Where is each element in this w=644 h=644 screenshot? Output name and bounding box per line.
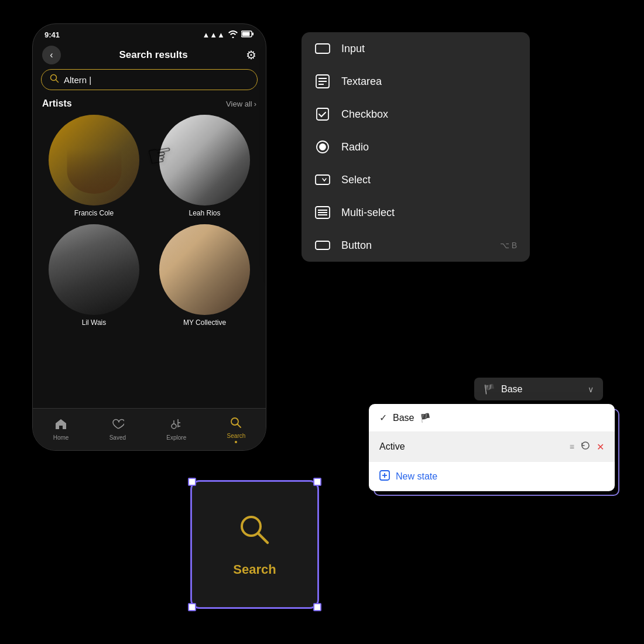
menu-item-textarea[interactable]: Textarea: [302, 65, 530, 98]
nav-saved[interactable]: Saved: [109, 418, 126, 441]
search-component-frame: Search: [190, 480, 319, 609]
menu-item-radio[interactable]: Radio: [302, 131, 530, 163]
search-component-label: Search: [233, 562, 276, 577]
saved-icon: [111, 418, 124, 433]
nav-explore-label: Explore: [166, 434, 186, 441]
state-list: ✓ Base 🏴 Active ≡ ✕: [369, 404, 615, 491]
nav-home[interactable]: Home: [53, 418, 69, 441]
menu-item-checkbox[interactable]: Checkbox: [302, 98, 530, 131]
back-button[interactable]: ‹: [42, 46, 61, 64]
search-input-bar[interactable]: Altern |: [41, 69, 258, 90]
check-icon: ✓: [379, 412, 387, 423]
remove-state-button[interactable]: ✕: [597, 441, 604, 453]
state-panel: 🏴 Base ∨ ✓ Base 🏴 Active ≡ ✕: [369, 378, 615, 491]
search-icon: [50, 74, 59, 85]
artist-card-3[interactable]: Lil Wais: [42, 224, 146, 327]
button-icon: [314, 237, 331, 254]
chevron-down-icon: ∨: [588, 385, 594, 394]
artist-card-1[interactable]: Francis Cole: [42, 115, 146, 217]
search-bar-container: Altern |: [33, 69, 266, 97]
menu-item-multiselect[interactable]: Multi-select: [302, 196, 530, 229]
status-icons: ▲▲▲: [202, 30, 254, 40]
artist-name-2: Leah Rios: [189, 209, 220, 217]
menu-item-select[interactable]: Select: [302, 163, 530, 196]
artists-label: Artists: [42, 98, 72, 109]
nav-search[interactable]: Search: [227, 416, 246, 443]
select-icon: [314, 172, 331, 188]
svg-line-7: [238, 424, 241, 427]
state-row-base[interactable]: ✓ Base 🏴: [369, 404, 615, 432]
search-nav-icon: [229, 416, 242, 431]
menu-item-input[interactable]: Input: [302, 32, 530, 65]
nav-saved-label: Saved: [109, 434, 126, 441]
state-dropdown-header[interactable]: 🏴 Base ∨: [474, 378, 603, 400]
signal-icon: ▲▲▲: [202, 30, 225, 39]
flag-state-icon: 🏴: [420, 413, 431, 423]
menu-item-checkbox-label: Checkbox: [341, 108, 388, 121]
radio-icon: [314, 139, 331, 155]
plus-icon: [379, 470, 390, 483]
artist-name-1: Francis Cole: [74, 209, 114, 217]
checkbox-icon: [314, 106, 331, 122]
resize-handle-bl[interactable]: [188, 603, 196, 611]
svg-line-23: [258, 533, 268, 543]
resize-handle-tr[interactable]: [313, 478, 321, 486]
input-icon: [314, 40, 331, 57]
menu-item-button[interactable]: Button ⌥ B: [302, 229, 530, 262]
wifi-icon: [228, 30, 238, 40]
menu-item-radio-label: Radio: [341, 141, 369, 153]
state-row-new[interactable]: New state: [369, 462, 615, 491]
bottom-nav: Home Saved Explore: [33, 408, 266, 450]
resize-handle-br[interactable]: [313, 603, 321, 611]
home-icon: [54, 418, 67, 433]
menu-item-input-label: Input: [341, 43, 365, 55]
active-indicator: [235, 441, 237, 443]
flag-header-icon: 🏴: [484, 383, 495, 395]
view-all-button[interactable]: View all ›: [226, 100, 256, 108]
svg-rect-21: [316, 241, 330, 249]
nav-explore[interactable]: Explore: [166, 418, 186, 441]
svg-rect-1: [242, 32, 250, 36]
settings-button[interactable]: ⚙: [246, 48, 256, 62]
svg-rect-2: [252, 33, 254, 36]
time: 9:41: [44, 30, 60, 39]
artist-name-3: Lil Wais: [82, 318, 107, 327]
artist-card-4[interactable]: MY Collective: [153, 224, 256, 327]
artist-name-4: MY Collective: [183, 318, 226, 327]
artist-avatar-4: [159, 224, 250, 315]
svg-point-15: [320, 144, 326, 150]
component-dropdown-menu: Input Textarea Checkbox: [302, 32, 530, 262]
arrow-icon: ›: [254, 100, 256, 108]
multiselect-icon: [314, 204, 331, 221]
state-header-label: Base: [501, 384, 522, 395]
back-icon: ‹: [50, 50, 53, 60]
artists-section-header: Artists View all ›: [33, 97, 266, 115]
nav-home-label: Home: [53, 434, 69, 441]
page-title: Search results: [119, 49, 187, 61]
artist-avatar-3: [49, 224, 139, 315]
battery-icon: [241, 30, 254, 39]
svg-rect-16: [316, 175, 330, 184]
resize-handle-tl[interactable]: [188, 478, 196, 486]
search-input-value[interactable]: Altern |: [64, 75, 91, 85]
textarea-icon: [314, 73, 331, 90]
state-row-active[interactable]: Active ≡ ✕: [369, 432, 615, 462]
explore-icon: [170, 418, 183, 433]
new-state-label: New state: [396, 471, 437, 482]
svg-line-4: [56, 80, 59, 83]
menu-item-multiselect-label: Multi-select: [341, 207, 395, 219]
artist-avatar-1: [49, 115, 139, 205]
status-bar: 9:41 ▲▲▲: [33, 24, 266, 42]
state-base-label: Base: [393, 413, 414, 423]
menu-item-textarea-label: Textarea: [341, 76, 382, 88]
button-shortcut: ⌥ B: [500, 241, 517, 250]
menu-item-button-label: Button: [341, 239, 372, 252]
menu-item-select-label: Select: [341, 174, 371, 186]
phone-mockup: 9:41 ▲▲▲ ‹ Search results ⚙: [32, 23, 266, 451]
reset-icon[interactable]: [580, 440, 591, 453]
active-row-actions: ≡ ✕: [570, 440, 604, 453]
svg-rect-8: [316, 44, 330, 53]
drag-icon[interactable]: ≡: [570, 442, 574, 451]
search-component-icon: [237, 512, 272, 555]
svg-point-5: [172, 424, 176, 429]
